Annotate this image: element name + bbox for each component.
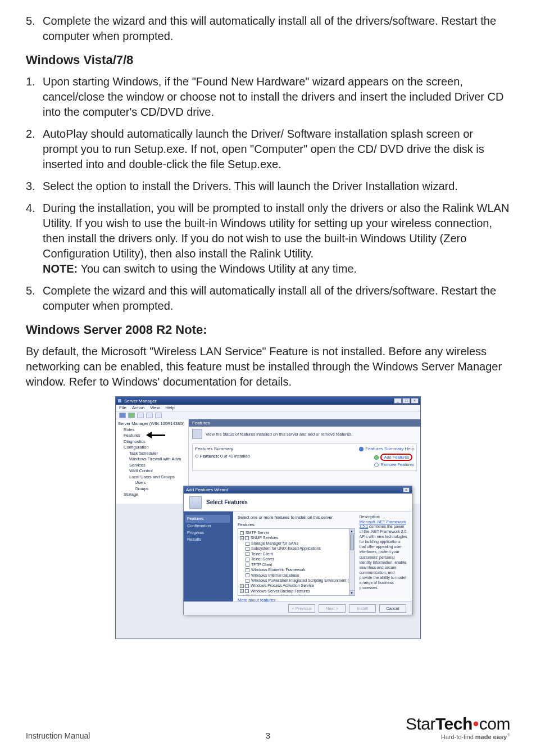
- list-item[interactable]: Subsystem for UNIX-based Applications: [240, 546, 353, 551]
- wizard-description: Description: Microsoft .NET Framework 3.…: [360, 515, 407, 598]
- checkbox-icon[interactable]: [246, 579, 249, 583]
- checkbox-icon[interactable]: [245, 584, 249, 588]
- scroll-down-icon[interactable]: ▼: [349, 590, 355, 595]
- list-item[interactable]: Windows Server Migration Tools: [240, 594, 353, 596]
- tree-firewall[interactable]: Windows Firewall with Adva: [118, 456, 186, 463]
- list-item-label: Windows Server Migration Tools: [251, 594, 307, 596]
- cancel-button[interactable]: Cancel: [379, 604, 406, 613]
- leading-steps: 5. Complete the wizard and this will aut…: [26, 13, 510, 44]
- tree-root[interactable]: Server Manager (WIN-105R1438G): [118, 421, 186, 427]
- maximize-button[interactable]: □: [402, 398, 410, 404]
- scroll-up-icon[interactable]: ▲: [349, 529, 355, 534]
- list-item[interactable]: Windows PowerShell Integrated Scripting …: [240, 578, 353, 583]
- list-item[interactable]: Storage Manager for SANs: [240, 541, 353, 546]
- scroll-thumb[interactable]: [350, 535, 354, 550]
- wizard-nav-results[interactable]: Results: [187, 536, 230, 543]
- checkbox-icon[interactable]: [246, 563, 249, 567]
- summary-help-link[interactable]: Features Summary Help: [359, 446, 414, 451]
- back-button[interactable]: [119, 413, 126, 418]
- toolbar-button[interactable]: [155, 413, 162, 418]
- add-features-text: Add Features: [384, 455, 409, 460]
- step-body: AutoPlay should automatically launch the…: [43, 126, 510, 172]
- menu-view[interactable]: View: [150, 405, 160, 410]
- remove-features-link[interactable]: Remove Features: [374, 462, 414, 467]
- step-number: 5.: [26, 13, 43, 44]
- list-item[interactable]: Windows Internal Database: [240, 573, 353, 578]
- close-button[interactable]: ×: [411, 398, 419, 404]
- panel-subtitle: View the status of features installed on…: [192, 429, 417, 439]
- menu-help[interactable]: Help: [165, 405, 174, 410]
- forward-button[interactable]: [128, 413, 135, 418]
- checkbox-icon[interactable]: [246, 573, 249, 577]
- expand-icon[interactable]: +: [240, 536, 244, 540]
- step-number: 3.: [26, 179, 43, 194]
- list-item[interactable]: TFTP Client: [240, 562, 353, 567]
- tree-users[interactable]: Users: [118, 480, 186, 486]
- checkbox-icon[interactable]: [246, 542, 249, 546]
- more-about-features-link[interactable]: More about features: [238, 597, 275, 603]
- list-item-label: TFTP Client: [251, 563, 272, 567]
- list-item[interactable]: +SNMP Services: [240, 535, 353, 540]
- window-title: Server Manager: [124, 399, 156, 404]
- expand-icon[interactable]: +: [240, 584, 244, 588]
- list-item[interactable]: SMTP Server: [240, 530, 353, 535]
- page-footer: Instruction Manual 3 StarTech•com Hard-t…: [26, 714, 510, 740]
- checkbox-icon[interactable]: [245, 536, 249, 540]
- menu-action[interactable]: Action: [132, 405, 144, 410]
- toolbar-button[interactable]: [137, 413, 144, 418]
- note-text: You can switch to using the Windows Util…: [78, 262, 357, 275]
- list-item[interactable]: Windows Biometric Framework: [240, 567, 353, 572]
- nav-tree: Server Manager (WIN-105R1438G) Roles Fea…: [116, 419, 189, 504]
- checkbox-icon[interactable]: [246, 568, 249, 572]
- list-item[interactable]: Telnet Server: [240, 556, 353, 562]
- list-item[interactable]: Telnet Client: [240, 551, 353, 556]
- list-item[interactable]: +Windows Process Activation Service: [240, 583, 353, 588]
- summary-status-label: Features:: [200, 454, 219, 459]
- list-item-label: SMTP Server: [246, 531, 269, 535]
- step-body: During the installation, you will be pro…: [43, 201, 510, 277]
- checkbox-icon[interactable]: [240, 531, 244, 535]
- checkbox-icon[interactable]: [246, 552, 249, 556]
- tree-groups[interactable]: Groups: [118, 486, 186, 492]
- add-features-link[interactable]: Add Features: [374, 454, 414, 461]
- add-icon: [374, 455, 379, 460]
- scrollbar[interactable]: ▲ ▼: [349, 529, 355, 595]
- wizard-nav-confirmation[interactable]: Confirmation: [187, 523, 230, 529]
- toolbar-button[interactable]: [146, 413, 153, 418]
- wizard-header: Select Features: [184, 494, 412, 511]
- minimize-button[interactable]: _: [394, 398, 402, 404]
- heading-vista: Windows Vista/7/8: [26, 53, 510, 67]
- brand-text: StarTech•com: [406, 714, 510, 734]
- install-button[interactable]: Install: [349, 604, 376, 613]
- annotation-circle: Add Features: [380, 454, 412, 461]
- tree-task-scheduler[interactable]: Task Scheduler: [118, 451, 186, 457]
- summary-title: Features Summary: [195, 446, 233, 451]
- menu-file[interactable]: File: [119, 405, 126, 410]
- wizard-nav-features[interactable]: Features: [185, 515, 230, 523]
- summary-status: ⊙ Features: 0 of 41 installed: [195, 454, 249, 459]
- section-head: Features Summary Features Summary Help: [195, 446, 414, 451]
- tree-wmi[interactable]: WMI Control: [118, 468, 186, 474]
- step-body: Upon starting Windows, if the "Found New…: [43, 74, 510, 120]
- tree-diagnostics[interactable]: Diagnostics: [118, 439, 186, 445]
- wizard-close-button[interactable]: ×: [403, 487, 410, 492]
- brand-suf: com: [479, 714, 510, 733]
- summary-row: ⊙ Features: 0 of 41 installed Add Featur…: [195, 454, 414, 468]
- checkbox-icon[interactable]: [246, 595, 249, 596]
- note-label: NOTE:: [43, 262, 78, 275]
- next-button[interactable]: Next >: [319, 604, 346, 613]
- list-item[interactable]: +Windows Server Backup Features: [240, 588, 353, 594]
- checkbox-icon[interactable]: [245, 589, 249, 593]
- wizard-body: Features Confirmation Progress Results S…: [184, 511, 412, 601]
- tree-storage[interactable]: Storage: [118, 492, 186, 498]
- wizard-nav-progress[interactable]: Progress: [187, 529, 230, 536]
- features-list[interactable]: SMTP Server +SNMP Services Storage Manag…: [238, 528, 355, 596]
- expand-icon[interactable]: +: [240, 589, 244, 593]
- startech-logo: StarTech•com Hard-to-find made easy®: [406, 714, 510, 740]
- tree-local-users[interactable]: Local Users and Groups: [118, 474, 186, 481]
- tree-configuration[interactable]: Configuration: [118, 445, 186, 451]
- checkbox-icon[interactable]: [246, 558, 249, 562]
- previous-button[interactable]: < Previous: [288, 604, 315, 613]
- tree-services[interactable]: Services: [118, 463, 186, 469]
- checkbox-icon[interactable]: [246, 547, 249, 551]
